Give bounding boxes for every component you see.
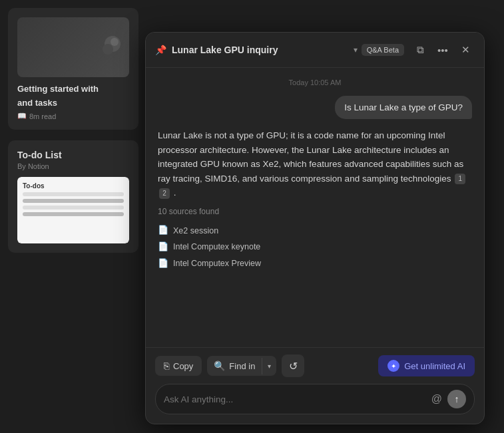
todo-line4 <box>23 212 124 216</box>
citation-2[interactable]: 2 <box>159 188 170 199</box>
external-link-icon: ⧉ <box>417 44 424 56</box>
doc-icon-1: 📄 <box>158 223 168 237</box>
todo-line3 <box>23 206 124 210</box>
qa-badge: Q&A Beta <box>362 44 404 56</box>
chat-header: 📌 Lunar Lake GPU inquiry ▾ Q&A Beta ⧉ ••… <box>146 33 484 68</box>
sources-count: 10 sources found <box>158 206 472 218</box>
close-button[interactable]: ✕ <box>456 41 475 59</box>
chat-body: Today 10:05 AM Is Lunar Lake a type of G… <box>146 68 484 347</box>
todo-line1 <box>23 192 124 196</box>
refresh-icon: ↺ <box>289 360 298 372</box>
title-chevron-icon[interactable]: ▾ <box>354 45 358 55</box>
card1-title: Getting started with <box>17 84 129 94</box>
unlimited-label: Get unlimited AI <box>404 361 465 371</box>
source-item-1[interactable]: 📄 Xe2 session <box>158 223 472 237</box>
close-icon: ✕ <box>461 44 470 56</box>
chat-input-bar: @ ↑ <box>155 384 475 414</box>
timestamp: Today 10:05 AM <box>158 78 472 86</box>
source-label-1: Xe2 session <box>173 224 218 237</box>
unlimited-ai-button[interactable]: ✦ Get unlimited AI <box>378 355 475 376</box>
find-icon: 🔍 <box>214 361 225 371</box>
source-label-2: Intel Computex keynote <box>173 240 260 253</box>
at-mention-button[interactable]: @ <box>431 393 442 405</box>
more-options-button[interactable]: ••• <box>433 41 452 59</box>
at-icon: @ <box>431 393 442 404</box>
card2-sub: By Notion <box>17 162 129 170</box>
background-area: Getting started with and tasks 📖 8m read… <box>0 0 146 433</box>
external-link-button[interactable]: ⧉ <box>411 41 429 59</box>
book-icon: 📖 <box>17 112 27 120</box>
doc-icon-2: 📄 <box>158 240 168 254</box>
card-top-image <box>17 17 129 77</box>
more-icon: ••• <box>437 45 448 56</box>
citation-1[interactable]: 1 <box>455 174 465 184</box>
refresh-button[interactable]: ↺ <box>282 355 304 377</box>
find-chevron-icon[interactable]: ▾ <box>262 358 276 374</box>
card1-meta: 📖 8m read <box>17 112 129 120</box>
chat-title: Lunar Lake GPU inquiry <box>172 45 348 55</box>
find-in-button[interactable]: 🔍 Find in ▾ <box>207 356 276 376</box>
chat-toolbar: ⎘ Copy 🔍 Find in ▾ ↺ ✦ Get unlimited AI <box>146 347 484 384</box>
card-getting-started: Getting started with and tasks 📖 8m read <box>8 8 138 130</box>
pin-icon: 📌 <box>155 45 166 55</box>
todo-inner-title: To-dos <box>23 182 124 190</box>
source-item-2[interactable]: 📄 Intel Computex keynote <box>158 240 472 254</box>
todo-line2 <box>23 199 124 203</box>
doc-icon-3: 📄 <box>158 257 168 271</box>
user-message: Is Lunar Lake a type of GPU? <box>335 96 472 119</box>
send-icon: ↑ <box>455 394 459 404</box>
chat-panel: 📌 Lunar Lake GPU inquiry ▾ Q&A Beta ⧉ ••… <box>145 32 485 424</box>
source-item-3[interactable]: 📄 Intel Computex Preview <box>158 257 472 271</box>
card2-title: To-do List <box>17 150 129 160</box>
unlimited-ai-icon: ✦ <box>387 360 399 372</box>
chat-input[interactable] <box>164 394 426 404</box>
ai-response: Lunar Lake is not a type of GPU; it is a… <box>158 128 472 271</box>
source-label-3: Intel Computex Preview <box>173 257 261 270</box>
find-in-main[interactable]: 🔍 Find in <box>207 356 262 376</box>
svg-point-1 <box>111 38 119 46</box>
copy-button[interactable]: ⎘ Copy <box>155 356 202 376</box>
card2-image: To-dos <box>17 177 129 243</box>
copy-label: Copy <box>173 361 193 371</box>
svg-point-2 <box>103 44 113 55</box>
send-button[interactable]: ↑ <box>447 390 466 408</box>
ai-response-text: Lunar Lake is not a type of GPU; it is a… <box>158 128 472 200</box>
card1-title2: and tasks <box>17 98 129 108</box>
copy-icon: ⎘ <box>164 361 169 371</box>
card-todo: To-do List By Notion To-dos <box>8 140 138 253</box>
find-label: Find in <box>229 361 255 371</box>
source-list: 📄 Xe2 session 📄 Intel Computex keynote 📄… <box>158 223 472 270</box>
